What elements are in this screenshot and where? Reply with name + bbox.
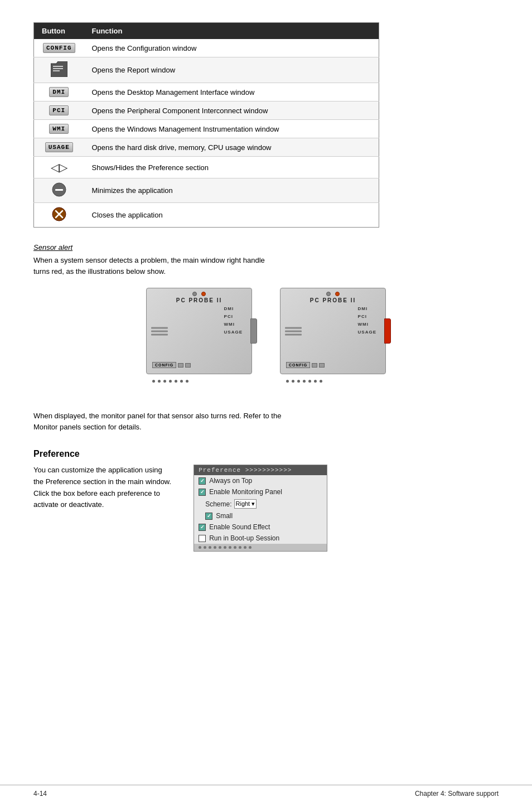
footer-chapter: Chapter 4: Software support xyxy=(415,790,499,798)
svg-rect-5 xyxy=(55,189,63,191)
table-cell-function: Opens the Windows Management Instrumenta… xyxy=(84,120,379,138)
preference-dots xyxy=(194,544,327,551)
bottom-sensor-text: When displayed, the monitor panel for th… xyxy=(33,410,499,432)
probe-images-row: PC PROBE II DMI PCI WMI USAGE CONFIG xyxy=(33,288,499,383)
arrows-icon: ◁▷ xyxy=(51,161,67,174)
table-cell-function: Opens the Report window xyxy=(84,57,379,83)
close-icon xyxy=(52,215,66,223)
table-cell-button: CONFIG xyxy=(34,39,84,57)
svg-rect-2 xyxy=(53,68,63,69)
table-cell-button xyxy=(34,57,84,83)
probe-image-normal: PC PROBE II DMI PCI WMI USAGE CONFIG xyxy=(146,288,252,374)
preference-checkbox[interactable]: ✓ xyxy=(199,489,206,496)
table-cell-function: Opens the Desktop Management Interface w… xyxy=(84,83,379,102)
table-cell-button: ◁▷ xyxy=(34,157,84,178)
preference-content: You can customize the application using … xyxy=(33,465,499,552)
table-header-function: Function xyxy=(84,23,379,40)
preference-checkbox[interactable]: ✓ xyxy=(199,477,206,485)
preference-item-label: Enable Monitoring Panel xyxy=(209,488,282,496)
dmi-button-icon: DMI xyxy=(49,87,69,97)
config-button-icon: CONFIG xyxy=(43,43,75,53)
preference-checkbox[interactable]: ✓ xyxy=(205,513,212,520)
preference-item-label: Enable Sound Effect xyxy=(209,523,270,531)
preference-section: Preference You can customize the applica… xyxy=(33,449,499,552)
probe-label-right: PC PROBE II xyxy=(310,297,356,303)
scheme-value[interactable]: Right ▾ xyxy=(234,499,257,509)
table-cell-function: Opens the Peripheral Component Interconn… xyxy=(84,102,379,120)
sensor-alert-title: Sensor alert xyxy=(33,243,499,252)
preference-item[interactable]: Run in Boot-up Session xyxy=(194,533,327,544)
usage-button-icon: USAGE xyxy=(45,142,73,152)
preference-text: You can customize the application using … xyxy=(33,465,171,511)
preference-panel: Preference >>>>>>>>>>> ✓Always on Top✓En… xyxy=(194,465,327,552)
preference-scheme-row: Scheme: Right ▾ xyxy=(194,497,327,510)
preference-item[interactable]: ✓Enable Sound Effect xyxy=(194,521,327,533)
table-cell-button xyxy=(34,178,84,203)
svg-rect-1 xyxy=(53,66,63,67)
sensor-alert-text: When a system sensor detects a problem, … xyxy=(33,255,499,277)
table-cell-function: Shows/Hides the Preference section xyxy=(84,157,379,178)
wmi-button-icon: WMI xyxy=(49,124,69,134)
table-cell-button: DMI xyxy=(34,83,84,102)
preference-checkbox[interactable]: ✓ xyxy=(199,524,206,531)
table-cell-function: Opens the hard disk drive, memory, CPU u… xyxy=(84,138,379,157)
preference-checkbox[interactable] xyxy=(199,535,206,542)
preference-item[interactable]: ✓Small xyxy=(194,510,327,521)
pci-button-icon: PCI xyxy=(49,105,69,115)
table-cell-function: Minimizes the application xyxy=(84,178,379,203)
preference-item[interactable]: ✓Enable Monitoring Panel xyxy=(194,486,327,497)
preference-item-label: Small xyxy=(216,512,233,520)
table-cell-button xyxy=(34,203,84,228)
preference-panel-title: Preference >>>>>>>>>>> xyxy=(194,465,327,475)
table-cell-button: WMI xyxy=(34,120,84,138)
table-header-button: Button xyxy=(34,23,84,40)
button-function-table: Button Function CONFIGOpens the Configur… xyxy=(33,22,379,228)
probe-label-left: PC PROBE II xyxy=(176,297,223,303)
preference-item[interactable]: ✓Always on Top xyxy=(194,475,327,486)
svg-rect-3 xyxy=(53,70,60,71)
sensor-alert-section: Sensor alert When a system sensor detect… xyxy=(33,243,499,277)
scheme-label: Scheme: xyxy=(205,500,231,508)
table-cell-button: USAGE xyxy=(34,138,84,157)
preference-item-label: Run in Boot-up Session xyxy=(209,534,279,542)
table-cell-button: PCI xyxy=(34,102,84,120)
preference-heading: Preference xyxy=(33,449,499,459)
footer-page-number: 4-14 xyxy=(33,790,47,798)
probe-image-red: PC PROBE II DMI PCI WMI USAGE CONFIG xyxy=(280,288,386,374)
table-cell-function: Closes the application xyxy=(84,203,379,228)
minimize-icon xyxy=(52,190,66,199)
preference-item-label: Always on Top xyxy=(209,477,252,485)
table-cell-function: Opens the Configuration window xyxy=(84,39,379,57)
footer: 4-14 Chapter 4: Software support xyxy=(0,785,532,802)
